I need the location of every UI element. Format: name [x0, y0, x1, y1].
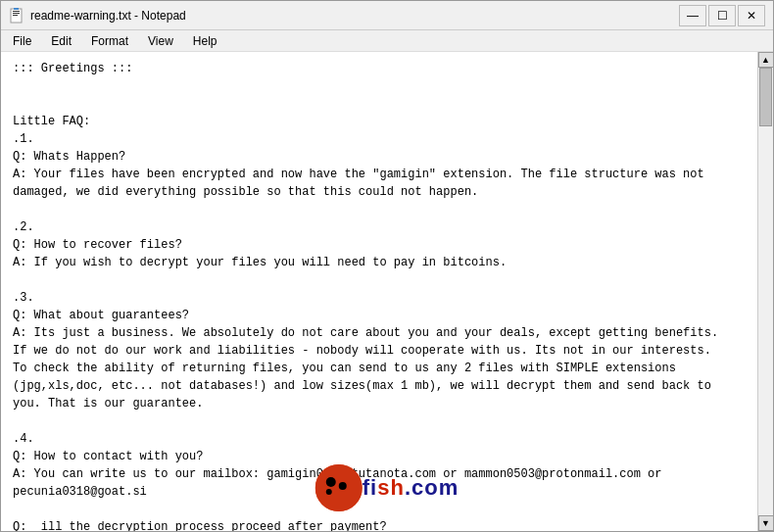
- menu-file[interactable]: File: [5, 31, 39, 51]
- title-bar-buttons: — ☐ ✕: [679, 5, 765, 26]
- svg-rect-4: [14, 8, 19, 10]
- svg-rect-2: [13, 13, 20, 14]
- menu-bar: File Edit Format View Help: [1, 30, 773, 52]
- scroll-down-button[interactable]: ▼: [758, 515, 774, 531]
- menu-format[interactable]: Format: [83, 31, 136, 51]
- content-wrapper: ::: Greetings ::: Little FAQ: .1. Q: Wha…: [1, 52, 773, 531]
- text-editor[interactable]: ::: Greetings ::: Little FAQ: .1. Q: Wha…: [1, 52, 757, 531]
- notepad-icon: [9, 8, 24, 24]
- menu-help[interactable]: Help: [185, 31, 225, 51]
- window-title: readme-warning.txt - Notepad: [30, 9, 186, 23]
- scroll-track[interactable]: [758, 68, 773, 515]
- title-bar-left: readme-warning.txt - Notepad: [9, 8, 186, 24]
- svg-rect-3: [13, 15, 18, 16]
- close-button[interactable]: ✕: [738, 5, 765, 26]
- svg-rect-1: [13, 11, 20, 12]
- notepad-window: readme-warning.txt - Notepad — ☐ ✕ File …: [0, 0, 774, 532]
- scrollbar[interactable]: ▲ ▼: [757, 52, 773, 531]
- minimize-button[interactable]: —: [679, 5, 706, 26]
- menu-edit[interactable]: Edit: [43, 31, 79, 51]
- menu-view[interactable]: View: [140, 31, 181, 51]
- title-bar: readme-warning.txt - Notepad — ☐ ✕: [1, 1, 773, 30]
- maximize-button[interactable]: ☐: [708, 5, 736, 26]
- scroll-thumb[interactable]: [759, 68, 772, 126]
- scroll-up-button[interactable]: ▲: [758, 52, 774, 68]
